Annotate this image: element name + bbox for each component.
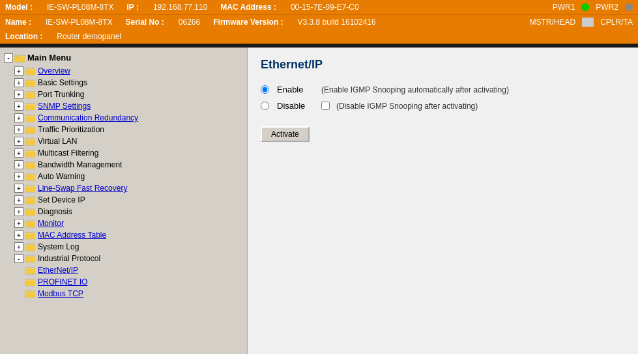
industrial-protocol-folder-icon (25, 254, 35, 263)
sidebar-item-ethernetip[interactable]: EtherNet/IP (0, 264, 247, 276)
enable-label[interactable]: Enable (277, 85, 316, 94)
diagnosis-folder-icon (25, 207, 35, 216)
industrial-protocol-label: Industrial Protocol (38, 254, 100, 263)
sidebar-item-profinet[interactable]: PROFINET IO (0, 276, 247, 288)
port-trunking-expand[interactable]: + (14, 90, 23, 99)
location-value: Router demopanel (57, 32, 121, 41)
snmp-expand[interactable]: + (14, 102, 23, 111)
line-swap-folder-icon (25, 184, 35, 193)
sidebar-item-auto-warning[interactable]: + Auto Warning (0, 171, 247, 182)
basic-settings-expand[interactable]: + (14, 78, 23, 87)
monitor-link[interactable]: Monitor (38, 219, 64, 228)
svg-rect-1 (14, 55, 19, 57)
sidebar-item-mac-address-table[interactable]: + MAC Address Table (0, 229, 247, 241)
ethernetip-link[interactable]: EtherNet/IP (38, 266, 78, 275)
profinet-link[interactable]: PROFINET IO (38, 277, 87, 287)
diagnosis-expand[interactable]: + (14, 207, 23, 216)
sidebar-item-comm-redundancy[interactable]: + Communication Redundancy (0, 112, 247, 124)
set-device-ip-expand[interactable]: + (14, 195, 23, 204)
enable-radio[interactable] (261, 85, 269, 94)
activate-button[interactable]: Activate (261, 126, 310, 142)
overview-expand[interactable]: + (14, 66, 23, 76)
sidebar-item-industrial-protocol[interactable]: - Industrial Protocol (0, 253, 247, 264)
bandwidth-expand[interactable]: + (14, 160, 23, 169)
monitor-expand[interactable]: + (14, 219, 23, 228)
sidebar-item-overview[interactable]: + Overview (0, 65, 247, 77)
mac-label: MAC Address : (220, 3, 276, 12)
auto-warning-label: Auto Warning (38, 172, 85, 181)
auto-warning-folder-icon (25, 172, 35, 181)
set-device-ip-folder-icon (25, 195, 35, 204)
ethernetip-folder-icon (25, 266, 35, 275)
sidebar-item-line-swap[interactable]: + Line-Swap Fast Recovery (0, 182, 247, 194)
snmp-link[interactable]: SNMP Settings (38, 102, 91, 111)
mac-address-link[interactable]: MAC Address Table (38, 231, 106, 240)
sidebar-item-multicast[interactable]: + Multicast Filtering (0, 147, 247, 159)
mstr-label: MSTR/HEAD (530, 18, 576, 27)
sidebar-item-vlan[interactable]: + Virtual LAN (0, 135, 247, 147)
location-label: Location : (5, 32, 42, 41)
sidebar-item-basic-settings[interactable]: + Basic Settings (0, 77, 247, 89)
enable-row: Enable (Enable IGMP Snooping automatical… (261, 85, 625, 94)
line-swap-link[interactable]: Line-Swap Fast Recovery (38, 184, 127, 193)
monitor-folder-icon (25, 219, 35, 228)
name-label: Name : (5, 18, 31, 27)
mstr-icon (582, 18, 594, 27)
header-row1: Model : IE-SW-PL08M-8TX IP : 192.168.77.… (0, 0, 638, 15)
sidebar-item-traffic[interactable]: + Traffic Prioritization (0, 124, 247, 135)
cplr-label: CPLR/TA (600, 18, 633, 27)
sidebar-item-monitor[interactable]: + Monitor (0, 217, 247, 229)
modbus-folder-icon (25, 289, 35, 298)
diagnosis-label: Diagnosis (38, 207, 72, 216)
main-menu-label: Main Menu (27, 53, 71, 63)
disable-label[interactable]: Disable (277, 101, 316, 111)
comm-redundancy-folder-icon (25, 113, 35, 122)
pwr1-indicator (581, 3, 589, 11)
bandwidth-folder-icon (25, 160, 35, 169)
traffic-expand[interactable]: + (14, 125, 23, 134)
comm-redundancy-link[interactable]: Communication Redundancy (38, 113, 138, 122)
modbus-link[interactable]: Modbus TCP (38, 289, 83, 298)
vlan-folder-icon (25, 137, 35, 146)
sidebar-item-set-device-ip[interactable]: + Set Device IP (0, 194, 247, 206)
sidebar-item-snmp[interactable]: + SNMP Settings (0, 100, 247, 112)
bandwidth-label: Bandwidth Management (38, 160, 122, 169)
ip-label: IP : (126, 3, 138, 12)
sidebar-item-bandwidth[interactable]: + Bandwidth Management (0, 159, 247, 171)
model-label: Model : (5, 3, 33, 12)
basic-settings-folder-icon (25, 78, 35, 87)
multicast-folder-icon (25, 148, 35, 158)
sidebar-item-modbus[interactable]: Modbus TCP (0, 288, 247, 300)
sidebar-item-system-log[interactable]: + System Log (0, 241, 247, 253)
sidebar: - Main Menu + Overview + Ba (0, 48, 248, 354)
port-trunking-folder-icon (25, 90, 35, 99)
overview-link[interactable]: Overview (38, 66, 70, 76)
snmp-folder-icon (25, 102, 35, 111)
system-log-expand[interactable]: + (14, 242, 23, 251)
traffic-label: Traffic Prioritization (38, 125, 104, 134)
main-layout: - Main Menu + Overview + Ba (0, 48, 638, 354)
multicast-label: Multicast Filtering (38, 148, 98, 158)
disable-checkbox[interactable] (321, 102, 330, 110)
line-swap-expand[interactable]: + (14, 184, 23, 193)
mac-address-expand[interactable]: + (14, 231, 23, 240)
firmware-label: Firmware Version : (213, 18, 283, 27)
comm-redundancy-expand[interactable]: + (14, 113, 23, 122)
main-menu-header: - Main Menu (0, 50, 247, 65)
name-value: IE-SW-PL08M-8TX (46, 18, 112, 27)
sidebar-item-diagnosis[interactable]: + Diagnosis (0, 206, 247, 217)
disable-radio[interactable] (261, 102, 269, 110)
sidebar-item-port-trunking[interactable]: + Port Trunking (0, 89, 247, 100)
auto-warning-expand[interactable]: + (14, 172, 23, 181)
industrial-protocol-expand[interactable]: - (14, 254, 23, 263)
overview-folder-icon (25, 66, 35, 76)
vlan-expand[interactable]: + (14, 137, 23, 146)
set-device-ip-label: Set Device IP (38, 195, 85, 204)
system-log-folder-icon (25, 242, 35, 251)
enable-description: (Enable IGMP Snooping automatically afte… (321, 85, 509, 94)
multicast-expand[interactable]: + (14, 148, 23, 158)
main-menu-folder-icon (14, 53, 25, 63)
main-menu-expand[interactable]: - (4, 53, 13, 63)
system-log-label: System Log (38, 242, 79, 251)
pwr2-label: PWR2 (596, 3, 618, 12)
